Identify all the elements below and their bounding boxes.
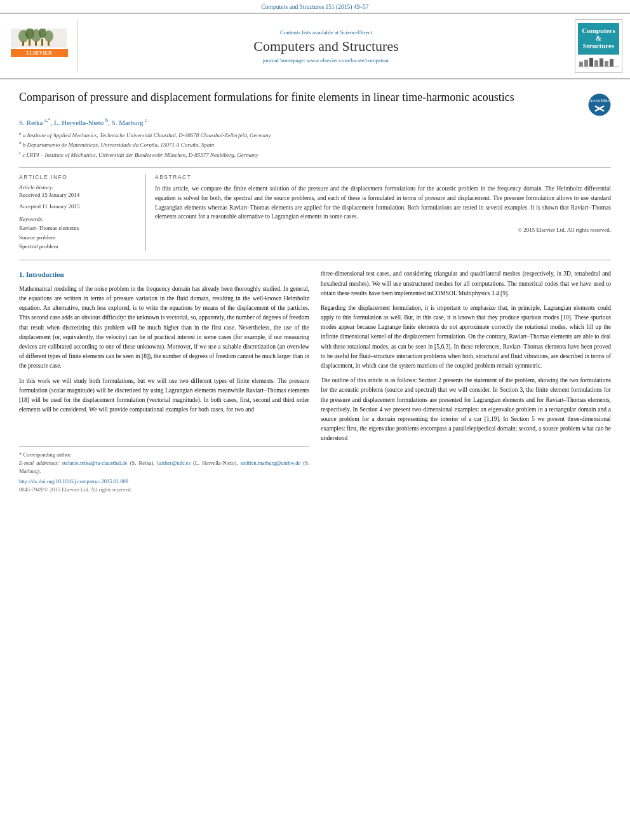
email-hervella-name: (L. Hervella-Nieto), bbox=[193, 460, 240, 466]
body-divider bbox=[19, 260, 611, 260]
svg-rect-16 bbox=[605, 61, 608, 67]
email-line: E-mail addresses: stefanie.retka@tu-clau… bbox=[19, 459, 309, 476]
email-marburg[interactable]: steffien.marburg@unibw.de bbox=[240, 460, 300, 466]
footnote-divider bbox=[19, 446, 309, 447]
journal-center: Contents lists available at ScienceDirec… bbox=[84, 19, 568, 73]
journal-citation: Computers and Structures 151 (2015) 49–5… bbox=[261, 4, 368, 10]
elsevier-tree-icon bbox=[11, 29, 67, 48]
svg-rect-9 bbox=[41, 39, 43, 46]
footnotes: * Corresponding author. E-mail addresses… bbox=[19, 451, 309, 497]
body-col-right: three-dimensional test cases, and consid… bbox=[321, 269, 611, 497]
svg-rect-7 bbox=[29, 39, 30, 46]
svg-text:CrossMark: CrossMark bbox=[588, 98, 611, 103]
intro-p1: Mathematical modeling of the noise probl… bbox=[19, 284, 309, 371]
accepted-date: Accepted 11 January 2015 bbox=[19, 203, 137, 210]
article-title: Comparison of pressure and displacement … bbox=[19, 90, 582, 110]
svg-rect-10 bbox=[48, 41, 50, 46]
email-retka-name: (S. Retka), bbox=[130, 460, 158, 466]
contents-prefix: Contents lists available at bbox=[280, 29, 338, 36]
authors-line: S. Retka a,*, L. Hervella-Nieto b, S. Ma… bbox=[19, 117, 611, 126]
intro-p2: In this work we will study both formulat… bbox=[19, 377, 309, 415]
keyword-3: Spectral problem bbox=[19, 242, 137, 251]
journal-title: Computers and Structures bbox=[253, 38, 399, 55]
journal-header: ELSEVIER Contents lists available at Sci… bbox=[0, 13, 630, 79]
contents-line: Contents lists available at ScienceDirec… bbox=[280, 29, 372, 36]
abstract-copyright: © 2015 Elsevier Ltd. All rights reserved… bbox=[155, 227, 611, 233]
email-retka[interactable]: stefanie.retka@tu-clausthal.de bbox=[62, 460, 127, 466]
article-info-title: Article Info bbox=[19, 174, 137, 180]
keywords-label: Keywords: bbox=[19, 216, 137, 222]
svg-point-5 bbox=[44, 30, 53, 42]
top-bar: Computers and Structures 151 (2015) 49–5… bbox=[0, 0, 630, 13]
brand-logo-right: Computers& Structures bbox=[575, 19, 622, 73]
email-label: E-mail addresses: bbox=[19, 460, 62, 466]
author-marburg: S. Marburg c bbox=[112, 119, 147, 126]
sciencedirect-link[interactable]: ScienceDirect bbox=[340, 29, 372, 36]
abstract-text: In this article, we compare the finite e… bbox=[155, 184, 611, 222]
crossmark-icon: CrossMark bbox=[588, 93, 611, 116]
abstract-title: Abstract bbox=[155, 174, 611, 180]
elsevier-label: ELSEVIER bbox=[11, 49, 68, 57]
doi-line[interactable]: http://dx.doi.org/10.1016/j.compstruc.20… bbox=[19, 477, 309, 486]
svg-rect-11 bbox=[579, 62, 583, 67]
keywords-list: Raviart–Thomas elements Source problem S… bbox=[19, 223, 137, 251]
email-hervella[interactable]: luisher@udc.es bbox=[158, 460, 191, 466]
corresponding-note: * Corresponding author. bbox=[19, 451, 309, 459]
affiliation-a: a a Institute of Applied Mechanics, Tech… bbox=[19, 130, 611, 140]
brand-logo-bottom bbox=[578, 57, 619, 69]
affiliation-c: c c LRT4 – Institute of Mechanics, Unive… bbox=[19, 150, 611, 160]
brand-logo-inner: Computers& Structures bbox=[578, 23, 619, 55]
body-columns: 1. Introduction Mathematical modeling of… bbox=[19, 269, 611, 497]
author-retka: S. Retka a,* bbox=[19, 119, 51, 126]
col2-p1: three-dimensional test cases, and consid… bbox=[321, 269, 611, 298]
article-wrapper: Comparison of pressure and displacement … bbox=[0, 79, 630, 509]
homepage-url[interactable]: www.elsevier.com/locate/compstruc bbox=[307, 57, 389, 63]
history-label: Article history: bbox=[19, 184, 137, 190]
homepage-prefix: journal homepage: bbox=[263, 57, 305, 63]
crossmark-badge[interactable]: CrossMark bbox=[588, 93, 611, 117]
journal-homepage: journal homepage: www.elsevier.com/locat… bbox=[263, 57, 390, 63]
svg-rect-8 bbox=[35, 41, 37, 46]
col2-p3: The outline of this article is as follow… bbox=[321, 376, 611, 443]
title-row: Comparison of pressure and displacement … bbox=[19, 90, 611, 117]
svg-rect-17 bbox=[610, 59, 613, 67]
issn-line: 0045-7949/© 2015 Elsevier Ltd. All right… bbox=[19, 486, 309, 494]
elsevier-logo: ELSEVIER bbox=[11, 29, 68, 63]
keyword-2: Source problem bbox=[19, 233, 137, 242]
abstract-section: Abstract In this article, we compare the… bbox=[146, 174, 611, 251]
svg-rect-14 bbox=[594, 60, 598, 67]
author-hervella: L. Hervella-Nieto b bbox=[54, 119, 108, 126]
svg-rect-15 bbox=[600, 58, 603, 67]
affiliation-b: b b Departamento de Matemáticas, Univers… bbox=[19, 140, 611, 150]
col2-p2: Regarding the displacement formulation, … bbox=[321, 303, 611, 371]
article-info: Article Info Article history: Received 1… bbox=[19, 174, 146, 251]
brand-chart-icon bbox=[578, 57, 619, 68]
info-abstract-section: Article Info Article history: Received 1… bbox=[19, 167, 611, 251]
svg-rect-6 bbox=[22, 41, 24, 46]
keyword-1: Raviart–Thomas elements bbox=[19, 223, 137, 232]
brand-title: Computers& Structures bbox=[580, 27, 617, 50]
affiliations: a a Institute of Applied Mechanics, Tech… bbox=[19, 130, 611, 160]
intro-heading: 1. Introduction bbox=[19, 269, 309, 281]
body-col-left: 1. Introduction Mathematical modeling of… bbox=[19, 269, 309, 497]
svg-rect-13 bbox=[589, 58, 593, 67]
elsevier-logo-section: ELSEVIER bbox=[8, 19, 77, 73]
received-date: Received 15 January 2014 bbox=[19, 192, 137, 198]
svg-rect-12 bbox=[584, 60, 588, 67]
